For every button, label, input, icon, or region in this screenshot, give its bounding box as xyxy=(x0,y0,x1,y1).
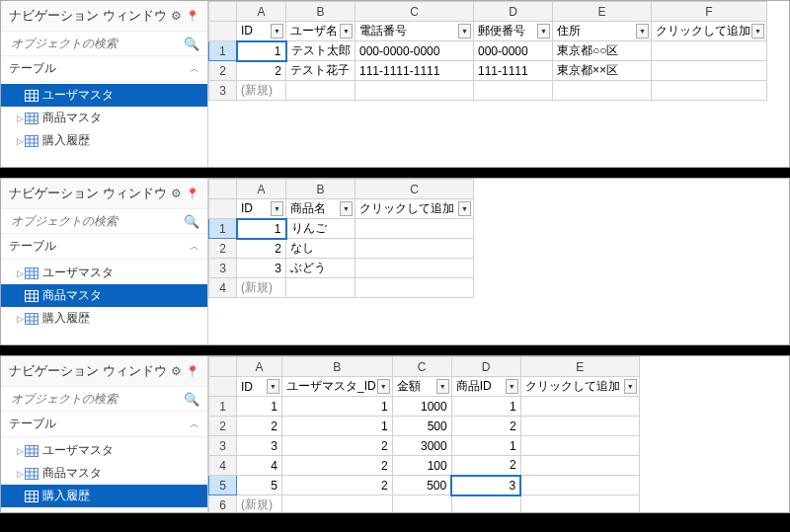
cell-1-F[interactable] xyxy=(652,41,767,61)
new-row-label[interactable]: (新規) xyxy=(237,81,286,101)
field-header-3[interactable]: 商品ID▼ xyxy=(451,377,520,397)
cell-2-B[interactable]: なし xyxy=(286,239,356,259)
field-header-0[interactable]: ID▼ xyxy=(237,377,282,397)
cell-1-B[interactable]: 1 xyxy=(282,397,393,417)
cell-5-E[interactable] xyxy=(520,476,639,495)
search-icon[interactable]: 🔍 xyxy=(184,214,199,229)
cell-1-A[interactable]: 1 xyxy=(237,397,282,417)
cell-new-E[interactable] xyxy=(553,81,652,101)
row-header-2[interactable]: 2 xyxy=(209,239,237,259)
search-input[interactable] xyxy=(9,213,184,229)
column-header-C[interactable]: C xyxy=(356,180,474,199)
row-header-4[interactable]: 4 xyxy=(209,456,237,476)
cell-new-D[interactable] xyxy=(451,495,520,513)
cell-4-D[interactable]: 2 xyxy=(451,456,520,476)
search-input[interactable] xyxy=(9,391,184,407)
dropdown-icon[interactable]: ▼ xyxy=(537,24,550,38)
field-header-1[interactable]: ユーザマスタ_ID▼ xyxy=(282,377,393,397)
field-header-4[interactable]: 住所▼ xyxy=(553,22,652,41)
column-header-B[interactable]: B xyxy=(286,180,356,199)
dropdown-icon[interactable]: ▼ xyxy=(458,201,471,216)
dropdown-icon[interactable]: ▼ xyxy=(624,379,637,394)
column-header-C[interactable]: C xyxy=(356,2,474,22)
column-header-D[interactable]: D xyxy=(451,357,520,377)
sidebar-item-1[interactable]: 商品マスタ xyxy=(1,284,207,307)
cell-2-A[interactable]: 2 xyxy=(237,417,282,436)
dropdown-icon[interactable]: ▼ xyxy=(436,379,449,394)
nav-section-header[interactable]: テーブル ︿ xyxy=(1,234,207,260)
cell-2-E[interactable]: 東京都××区 xyxy=(553,61,652,81)
field-header-0[interactable]: ID▼ xyxy=(237,22,286,41)
dropdown-icon[interactable]: ▼ xyxy=(751,24,764,38)
cell-new-B[interactable] xyxy=(286,278,356,298)
cell-5-B[interactable]: 2 xyxy=(282,476,393,495)
nav-section-header[interactable]: テーブル ︿ xyxy=(1,56,207,82)
field-header-1[interactable]: 商品名▼ xyxy=(286,199,356,219)
cell-new-C[interactable] xyxy=(392,495,451,513)
gear-icon[interactable]: ⚙ xyxy=(171,364,182,378)
dropdown-icon[interactable]: ▼ xyxy=(271,201,283,216)
gear-icon[interactable]: ⚙ xyxy=(171,9,182,23)
cell-3-C[interactable]: 3000 xyxy=(392,436,451,456)
dropdown-icon[interactable]: ▼ xyxy=(267,379,279,394)
search-icon[interactable]: 🔍 xyxy=(184,37,199,51)
column-header-A[interactable]: A xyxy=(237,180,286,199)
cell-1-D[interactable]: 1 xyxy=(451,397,520,417)
new-row-label[interactable]: (新規) xyxy=(237,278,286,298)
cell-1-C[interactable]: 000-0000-0000 xyxy=(356,41,474,61)
cell-new-F[interactable] xyxy=(652,81,767,101)
cell-3-B[interactable]: ぶどう xyxy=(286,259,356,278)
search-input[interactable] xyxy=(9,36,184,51)
cell-2-E[interactable] xyxy=(520,417,639,436)
cell-2-D[interactable]: 111-1111 xyxy=(474,61,553,81)
cell-new-C[interactable] xyxy=(356,81,474,101)
cell-3-B[interactable]: 2 xyxy=(282,436,393,456)
sidebar-item-0[interactable]: ユーザマスタ xyxy=(1,84,207,107)
cell-4-C[interactable]: 100 xyxy=(392,456,451,476)
row-header-2[interactable]: 2 xyxy=(209,61,237,81)
cell-3-A[interactable]: 3 xyxy=(237,436,282,456)
sidebar-item-2[interactable]: ▷ 購入履歴 xyxy=(1,129,207,152)
cell-3-D[interactable]: 1 xyxy=(451,436,520,456)
cell-1-B[interactable]: テスト太郎 xyxy=(286,41,356,61)
cell-5-C[interactable]: 500 xyxy=(392,476,451,495)
cell-1-E[interactable]: 東京都○○区 xyxy=(553,41,652,61)
sidebar-item-2[interactable]: 購入履歴 xyxy=(1,485,207,507)
field-header-2[interactable]: 電話番号▼ xyxy=(356,22,474,41)
cell-2-A[interactable]: 2 xyxy=(237,239,286,259)
cell-1-C[interactable] xyxy=(356,219,474,239)
dropdown-icon[interactable]: ▼ xyxy=(340,24,353,38)
row-header-3[interactable]: 3 xyxy=(209,259,237,278)
field-header-2[interactable]: クリックして追加▼ xyxy=(356,199,474,219)
dropdown-icon[interactable]: ▼ xyxy=(340,201,353,216)
column-header-A[interactable]: A xyxy=(237,357,282,377)
cell-new-D[interactable] xyxy=(474,81,553,101)
dropdown-icon[interactable]: ▼ xyxy=(271,24,283,38)
dropdown-icon[interactable]: ▼ xyxy=(458,24,471,38)
cell-2-A[interactable]: 2 xyxy=(237,61,286,81)
cell-3-E[interactable] xyxy=(520,436,639,456)
sidebar-item-1[interactable]: ▷ 商品マスタ xyxy=(1,107,207,129)
column-header-A[interactable]: A xyxy=(237,2,286,22)
row-header-1[interactable]: 1 xyxy=(209,397,237,417)
field-header-4[interactable]: クリックして追加▼ xyxy=(520,377,639,397)
row-header-6[interactable]: 6 xyxy=(209,495,237,513)
cell-2-B[interactable]: テスト花子 xyxy=(286,61,356,81)
cell-2-F[interactable] xyxy=(652,61,767,81)
cell-1-E[interactable] xyxy=(520,397,639,417)
column-header-D[interactable]: D xyxy=(474,2,553,22)
row-header-1[interactable]: 1 xyxy=(209,219,237,239)
cell-2-D[interactable]: 2 xyxy=(451,417,520,436)
dropdown-icon[interactable]: ▼ xyxy=(377,379,390,394)
nav-section-header[interactable]: テーブル ︿ xyxy=(1,412,207,437)
row-header-4[interactable]: 4 xyxy=(209,278,237,298)
sidebar-item-2[interactable]: ▷ 購入履歴 xyxy=(1,307,207,330)
row-header-3[interactable]: 3 xyxy=(209,81,237,101)
row-header-1[interactable]: 1 xyxy=(209,41,237,61)
cell-5-A[interactable]: 5 xyxy=(237,476,282,495)
pin-icon[interactable]: 📍 xyxy=(186,10,199,23)
sidebar-item-0[interactable]: ▷ ユーザマスタ xyxy=(1,262,207,284)
field-header-5[interactable]: クリックして追加▼ xyxy=(652,22,767,41)
row-header-3[interactable]: 3 xyxy=(209,436,237,456)
cell-new-C[interactable] xyxy=(356,278,474,298)
